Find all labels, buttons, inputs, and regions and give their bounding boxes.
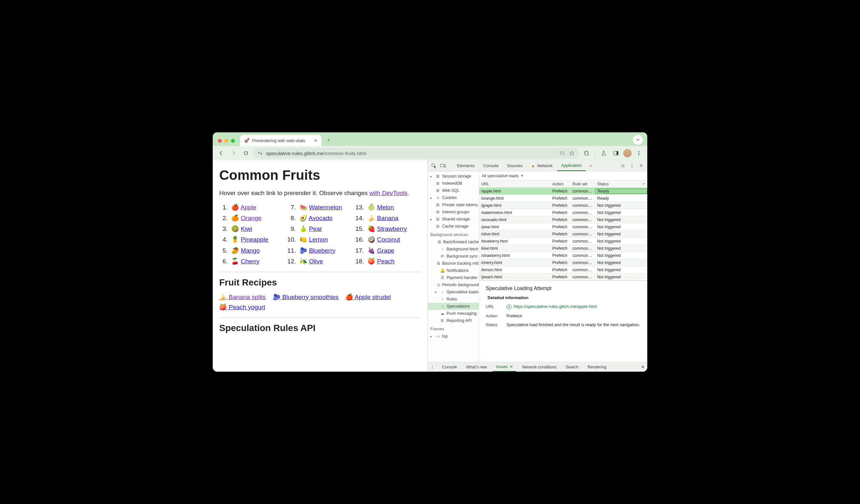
col-status[interactable]: Status▼ <box>595 182 647 186</box>
intro-link[interactable]: with DevTools <box>370 190 407 197</box>
fruit-link[interactable]: Cherry <box>241 258 260 265</box>
sidebar-item[interactable]: ⊞Cache storage <box>428 223 479 230</box>
col-rule[interactable]: Rule set <box>571 182 595 186</box>
table-row[interactable]: /pear.htmlPrefetchcommon-…Not triggered <box>479 224 647 231</box>
new-tab-button[interactable]: ＋ <box>324 135 333 145</box>
fruit-link[interactable]: Peach <box>377 258 395 265</box>
more-tabs-icon[interactable]: » <box>586 163 595 168</box>
table-row[interactable]: /avocado.htmlPrefetchcommon-…Not trigger… <box>479 216 647 224</box>
fruit-link[interactable]: Melon <box>377 204 394 211</box>
drawer-tab-search[interactable]: Search <box>562 362 582 372</box>
labs-icon[interactable] <box>599 148 609 158</box>
sidebar-item[interactable]: ⊞IndexedDB <box>428 180 479 187</box>
recipe-link[interactable]: 🍎 Apple strudel <box>345 293 391 300</box>
profile-avatar[interactable] <box>623 149 632 157</box>
fruit-link[interactable]: Watermelon <box>309 204 342 211</box>
site-settings-icon[interactable] <box>258 151 263 155</box>
sidebar-item[interactable]: ◷Periodic background <box>428 281 479 288</box>
tab-application[interactable]: Application <box>557 160 586 171</box>
chrome-menu-icon[interactable] <box>634 148 644 158</box>
table-row[interactable]: /peach.htmlPrefetchcommon-…Not triggered <box>479 273 647 280</box>
sidebar-item[interactable]: ↕Rules <box>428 296 479 303</box>
sidebar-item[interactable]: 🔔Notifications <box>428 267 479 274</box>
table-row[interactable]: /kiwi.htmlPrefetchcommon-…Not triggered <box>479 245 647 252</box>
col-url[interactable]: URL <box>479 182 550 186</box>
sidebar-item[interactable]: ⊞Interest groups <box>428 208 479 216</box>
fruit-link[interactable]: Orange <box>241 215 261 221</box>
close-drawer-icon[interactable]: ✕ <box>641 364 645 369</box>
reload-button[interactable] <box>241 148 251 158</box>
tab-console[interactable]: Console <box>479 160 503 171</box>
kebab-menu-icon[interactable] <box>628 163 636 168</box>
sidebar-item[interactable]: ▸⊞Shared storage <box>428 216 479 223</box>
close-tab-icon[interactable]: ✕ <box>314 138 317 143</box>
table-row[interactable]: /strawberry.htmlPrefetchcommon-…Not trig… <box>479 252 647 259</box>
sidebar-item[interactable]: ↕Background fetch <box>428 245 479 253</box>
extensions-icon[interactable] <box>581 148 592 158</box>
fruit-link[interactable]: Grape <box>377 247 394 254</box>
table-row[interactable]: /grape.htmlPrefetchcommon-…Not triggered <box>479 202 647 209</box>
detail-url-link[interactable]: https://speculative-rules.glitch.me/appl… <box>514 304 597 309</box>
drawer-tab-whatsnew[interactable]: What's new <box>463 362 490 372</box>
drawer-tab-rendering[interactable]: Rendering <box>584 362 610 372</box>
table-row[interactable]: /apple.htmlPrefetchcommon-…Ready <box>479 188 647 195</box>
sidebar-item[interactable]: ⊞Private state tokens <box>428 201 479 208</box>
fruit-link[interactable]: Coconut <box>377 236 400 243</box>
sidebar-item[interactable]: ▾↕Speculative loads <box>428 288 479 296</box>
eye-off-icon[interactable] <box>559 150 565 156</box>
sidebar-item[interactable]: 🗎Reporting API <box>428 317 479 324</box>
fruit-link[interactable]: Pear <box>309 225 322 232</box>
sidebar-item[interactable]: ▸⌾Cookies <box>428 194 479 201</box>
col-action[interactable]: Action <box>550 182 571 186</box>
fruit-link[interactable]: Pineapple <box>241 236 269 243</box>
recipe-link[interactable]: 🫐 Blueberry smoothies <box>273 293 339 300</box>
bookmark-star-icon[interactable] <box>569 150 575 156</box>
fruit-link[interactable]: Olive <box>309 258 323 265</box>
table-row[interactable]: /lemon.htmlPrefetchcommon-…Not triggered <box>479 266 647 273</box>
sidebar-item[interactable]: ⊞Bounce tracking mitigation <box>428 260 479 267</box>
filter-bar[interactable]: All speculative loads▼ <box>479 171 647 181</box>
sidebar-item[interactable]: ⊞Web SQL <box>428 187 479 194</box>
browser-tab[interactable]: 🚀 Prerendering with web-vitals ✕ <box>240 135 321 146</box>
recipe-link[interactable]: 🍑 Peach yogurt <box>219 304 265 311</box>
fruit-link[interactable]: Strawberry <box>377 225 407 232</box>
sidebar-item[interactable]: ▸⊞Session storage <box>428 173 479 180</box>
minimize-window-button[interactable] <box>225 139 228 143</box>
sidebar-item[interactable]: ⟳Background sync <box>428 253 479 260</box>
drawer-tab-issues[interactable]: Issues ✕ <box>493 362 516 372</box>
table-row[interactable]: /orange.htmlPrefetchcommon-…Ready <box>479 195 647 202</box>
close-devtools-icon[interactable]: ✕ <box>637 163 645 168</box>
fruit-link[interactable]: Banana <box>377 215 399 221</box>
sidebar-item[interactable]: ▸▭top <box>428 333 479 340</box>
sidebar-item[interactable]: ⊞Back/forward cache <box>428 238 479 245</box>
sidebar-item[interactable]: ↕Speculations <box>428 303 479 310</box>
sidebar-item[interactable]: ☰Payment handler <box>428 274 479 281</box>
device-toolbar-icon[interactable] <box>439 163 447 168</box>
drawer-menu-icon[interactable] <box>430 365 436 369</box>
back-button[interactable] <box>216 148 226 158</box>
fruit-link[interactable]: Kiwi <box>241 225 253 232</box>
drawer-tab-console[interactable]: Console <box>439 362 460 372</box>
table-row[interactable]: /watermelon.htmlPrefetchcommon-…Not trig… <box>479 209 647 216</box>
address-bar[interactable]: speculative-rules.glitch.me/common-fruit… <box>253 148 579 159</box>
close-icon[interactable]: ✕ <box>510 364 513 369</box>
tab-sources[interactable]: Sources <box>503 160 527 171</box>
maximize-window-button[interactable] <box>231 139 235 143</box>
table-row[interactable]: /cherry.htmlPrefetchcommon-…Not triggere… <box>479 259 647 266</box>
close-window-button[interactable] <box>218 139 222 143</box>
fruit-link[interactable]: Apple <box>241 204 257 211</box>
drawer-tab-network-conditions[interactable]: Network conditions <box>519 362 560 372</box>
table-row[interactable]: /blueberry.htmlPrefetchcommon-…Not trigg… <box>479 238 647 245</box>
tab-search-button[interactable] <box>633 135 643 145</box>
recipe-link[interactable]: 🍌 Banana splits <box>219 293 266 300</box>
settings-gear-icon[interactable] <box>619 163 627 169</box>
sidebar-item[interactable]: ☁Push messaging <box>428 310 479 317</box>
table-row[interactable]: /olive.htmlPrefetchcommon-…Not triggered <box>479 231 647 238</box>
side-panel-icon[interactable] <box>611 148 621 158</box>
fruit-link[interactable]: Blueberry <box>309 247 335 254</box>
forward-button[interactable] <box>228 148 239 158</box>
fruit-link[interactable]: Lemon <box>309 236 328 243</box>
tab-network[interactable]: ▲Network <box>527 160 557 171</box>
fruit-link[interactable]: Avocado <box>309 215 333 221</box>
fruit-link[interactable]: Mango <box>241 247 260 254</box>
